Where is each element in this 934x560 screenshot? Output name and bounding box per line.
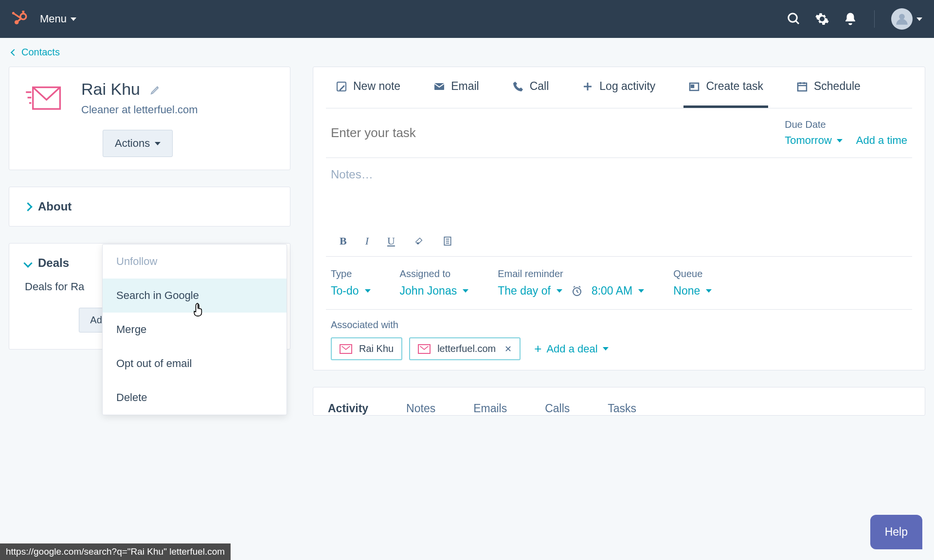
browser-status-bar: https://google.com/search?q="Rai Khu" le… <box>0 543 231 560</box>
assigned-label: Assigned to <box>400 268 469 280</box>
activity-tab-notes[interactable]: Notes <box>406 402 435 415</box>
call-icon <box>512 81 524 92</box>
search-icon[interactable] <box>787 12 801 26</box>
task-fields-row: Type To-do Assigned to John Jonas Email … <box>326 257 912 310</box>
clear-format-button[interactable] <box>413 236 424 246</box>
assoc-chip-company[interactable]: letterfuel.com ✕ <box>409 337 521 360</box>
contact-subtitle: Cleaner at letterfuel.com <box>81 104 198 116</box>
hubspot-logo[interactable] <box>12 11 28 27</box>
task-title-input[interactable] <box>331 119 785 147</box>
activity-tab-tasks[interactable]: Tasks <box>608 402 636 415</box>
tab-label: Log activity <box>599 80 655 93</box>
activity-tabs: Activity Notes Emails Calls Tasks <box>313 387 925 415</box>
breadcrumb-contacts[interactable]: Contacts <box>0 38 934 67</box>
activity-tab-emails[interactable]: Emails <box>473 402 507 415</box>
tab-log-activity[interactable]: Log activity <box>577 67 660 108</box>
svg-rect-20 <box>798 83 807 91</box>
due-date-value[interactable]: Tomorrow <box>785 134 843 147</box>
action-unfollow[interactable]: Unfollow <box>103 245 287 279</box>
type-text: To-do <box>331 284 359 298</box>
add-deal-label: Add a deal <box>546 343 597 355</box>
action-opt-out[interactable]: Opt out of email <box>103 347 287 381</box>
email-icon <box>418 344 431 354</box>
svg-line-32 <box>579 286 580 287</box>
activity-card: Activity Notes Emails Calls Tasks <box>313 387 925 416</box>
clock-icon <box>571 285 583 297</box>
right-column: New note Email Call Log activity Create … <box>313 67 925 432</box>
assigned-field: Assigned to John Jonas <box>400 268 469 298</box>
associated-label: Associated with <box>331 319 907 331</box>
tab-new-note[interactable]: New note <box>331 67 405 108</box>
help-button[interactable]: Help <box>870 515 922 549</box>
type-value[interactable]: To-do <box>331 284 371 298</box>
type-field: Type To-do <box>331 268 371 298</box>
email-icon <box>340 344 352 354</box>
tab-label: Create task <box>706 80 763 93</box>
account-menu[interactable] <box>891 8 922 30</box>
notes-textarea[interactable]: Notes… <box>326 158 912 226</box>
bold-button[interactable]: B <box>340 235 347 247</box>
assoc-chip-contact[interactable]: Rai Khu <box>331 337 402 360</box>
associated-section: Associated with Rai Khu letterfuel.com ✕ <box>326 310 912 370</box>
plus-icon <box>582 81 593 92</box>
snippet-button[interactable] <box>443 236 452 246</box>
add-time-link[interactable]: Add a time <box>856 134 907 147</box>
action-tabs: New note Email Call Log activity Create … <box>326 67 912 108</box>
chevron-down-icon <box>23 259 32 267</box>
email-icon <box>433 81 445 92</box>
svg-line-2 <box>18 18 22 21</box>
header-right <box>787 8 922 30</box>
task-title-row: Due Date Tomorrow Add a time <box>326 108 912 158</box>
chevron-down-icon <box>638 289 644 293</box>
tab-create-task[interactable]: Create task <box>683 67 768 108</box>
action-delete[interactable]: Delete <box>103 381 287 415</box>
tab-schedule[interactable]: Schedule <box>791 67 865 108</box>
svg-line-8 <box>796 21 799 24</box>
calendar-icon <box>796 81 808 92</box>
about-header[interactable]: About <box>25 200 274 213</box>
reminder-day-text: The day of <box>498 284 551 298</box>
edit-icon[interactable] <box>150 84 162 95</box>
chevron-down-icon <box>916 18 922 21</box>
close-icon[interactable]: ✕ <box>504 344 512 354</box>
queue-label: Queue <box>673 268 712 280</box>
tab-label: Schedule <box>814 80 861 93</box>
app-header: Menu <box>0 0 934 38</box>
action-search-google[interactable]: Search in Google <box>103 279 287 313</box>
deals-title: Deals <box>38 256 69 270</box>
reminder-label: Email reminder <box>498 268 644 280</box>
note-icon <box>336 81 347 92</box>
reminder-time-value[interactable]: 8:00 AM <box>592 284 644 298</box>
underline-button[interactable]: U <box>387 235 395 247</box>
add-deal-link[interactable]: + Add a deal <box>534 341 608 356</box>
activity-tab-activity[interactable]: Activity <box>328 402 368 415</box>
menu-button[interactable]: Menu <box>40 13 76 25</box>
svg-rect-19 <box>691 85 694 88</box>
type-label: Type <box>331 268 371 280</box>
svg-point-5 <box>12 12 15 15</box>
italic-button[interactable]: I <box>365 235 369 247</box>
avatar <box>891 8 913 30</box>
action-merge[interactable]: Merge <box>103 313 287 347</box>
assigned-value[interactable]: John Jonas <box>400 284 469 298</box>
plus-icon: + <box>534 341 541 356</box>
divider <box>874 10 875 28</box>
activity-tab-calls[interactable]: Calls <box>545 402 570 415</box>
chevron-right-icon <box>23 202 32 211</box>
queue-value[interactable]: None <box>673 284 712 298</box>
about-title: About <box>38 200 72 213</box>
svg-point-9 <box>899 14 905 20</box>
format-toolbar: B I U <box>326 226 912 257</box>
chevron-down-icon <box>557 289 562 293</box>
tab-label: New note <box>353 80 400 93</box>
tab-email[interactable]: Email <box>429 67 484 108</box>
tab-call[interactable]: Call <box>507 67 554 108</box>
queue-field: Queue None <box>673 268 712 298</box>
reminder-day-value[interactable]: The day of <box>498 284 562 298</box>
actions-button[interactable]: Actions <box>103 130 173 157</box>
bell-icon[interactable] <box>843 12 858 26</box>
contact-avatar <box>25 80 68 116</box>
gear-icon[interactable] <box>815 12 829 26</box>
queue-text: None <box>673 284 700 298</box>
menu-label: Menu <box>40 13 67 25</box>
